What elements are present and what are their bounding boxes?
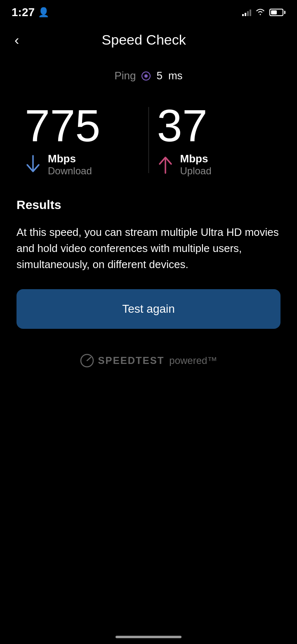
download-text: Mbps Download [48, 152, 92, 177]
time-label: 1:27 [12, 6, 35, 19]
download-info: Mbps Download [25, 152, 92, 177]
results-description: At this speed, you can stream multiple U… [16, 224, 280, 273]
battery-icon [269, 9, 285, 16]
download-col: 775 Mbps Download [16, 103, 148, 177]
upload-text: Mbps Upload [180, 152, 212, 177]
page-title: Speed Check [21, 32, 266, 48]
speedtest-brand-name: SPEEDTEST [98, 355, 165, 366]
upload-info: Mbps Upload [157, 152, 212, 177]
ping-indicator-icon [141, 71, 151, 81]
svg-line-3 [87, 357, 91, 361]
speed-container: 775 Mbps Download 37 [0, 103, 297, 177]
results-heading: Results [16, 198, 280, 212]
speedtest-powered-label: powered™ [169, 355, 217, 366]
upload-mbps: Mbps [180, 152, 212, 165]
upload-type: Upload [180, 165, 212, 177]
status-icons [242, 8, 285, 17]
person-icon: 👤 [38, 7, 49, 18]
nav-header: ‹ Speed Check [0, 22, 297, 53]
ping-label: Ping [114, 69, 136, 82]
wifi-icon [255, 8, 265, 17]
home-indicator [116, 636, 182, 638]
ping-unit: ms [168, 69, 183, 82]
signal-bars-icon [242, 9, 251, 16]
download-value: 775 [25, 103, 101, 148]
download-arrow-icon [25, 154, 41, 177]
status-time: 1:27 👤 [12, 6, 49, 19]
download-mbps: Mbps [48, 152, 92, 165]
speedtest-footer: SPEEDTEST powered™ [0, 354, 297, 368]
results-section: Results At this speed, you can stream mu… [0, 198, 297, 273]
upload-arrow-icon [157, 154, 174, 177]
ping-section: Ping 5 ms [0, 69, 297, 82]
upload-col: 37 Mbps Upload [149, 103, 281, 177]
speedtest-gauge-icon [80, 354, 94, 368]
test-again-button[interactable]: Test again [16, 289, 280, 329]
status-bar: 1:27 👤 [0, 0, 297, 22]
back-button[interactable]: ‹ [12, 31, 21, 49]
download-type: Download [48, 165, 92, 177]
upload-value: 37 [157, 103, 207, 148]
speedtest-logo: SPEEDTEST [80, 354, 165, 368]
ping-value: 5 [156, 69, 162, 82]
